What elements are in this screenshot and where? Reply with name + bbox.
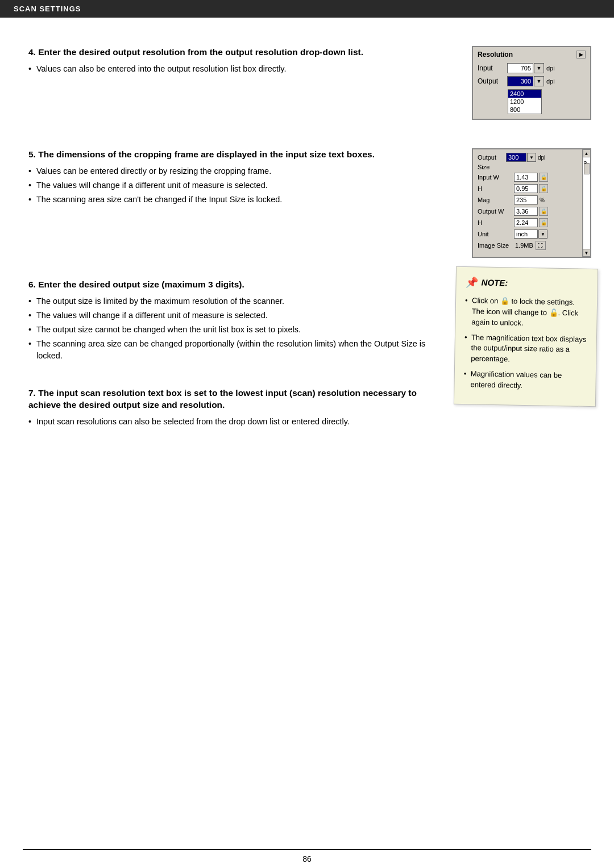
sp-input-h-lock-btn[interactable]: 🔒 — [539, 184, 548, 193]
output-dropdown-btn[interactable]: ▼ — [534, 76, 544, 86]
section-6-text: 6. Enter the desired output size (maximu… — [28, 278, 466, 364]
output-unit: dpi — [546, 78, 555, 85]
input-value-field[interactable] — [507, 63, 533, 73]
note-box: 📌 NOTE: Click on 🔒 to lock the settings.… — [454, 266, 598, 407]
sp-output-dropdown-btn[interactable]: ▼ — [527, 153, 536, 162]
sp-scroll-track: 5 — [583, 157, 590, 249]
panel-arrow-button[interactable]: ▶ — [576, 51, 586, 59]
sp-output-w-row: Output W 🔒 — [478, 207, 586, 216]
sp-image-size-value: 1.9MB — [515, 242, 533, 249]
bullet-item: Input scan resolutions can also be selec… — [28, 416, 449, 428]
note-title: NOTE: — [481, 277, 508, 290]
sp-unit-field[interactable] — [514, 229, 538, 239]
bullet-item: The output size is limited by the maximu… — [28, 295, 449, 307]
note-bullet-2: The magnification text box displays the … — [464, 332, 587, 366]
bullet-item: The output size cannot be changed when t… — [28, 324, 449, 336]
sp-scroll-up-btn[interactable]: ▲ — [583, 149, 591, 157]
output-label: Output — [478, 77, 507, 85]
section-5-title: 5. The dimensions of the cropping frame … — [28, 148, 449, 161]
input-label: Input — [478, 64, 507, 72]
sp-output-label: Output — [478, 154, 506, 161]
sp-size-label: Size — [478, 164, 514, 170]
section-5-title-text: The dimensions of the cropping frame are… — [38, 149, 375, 159]
footer: 86 — [0, 838, 614, 868]
footer-page-number: 86 — [0, 850, 614, 868]
sp-output-row: Output ▼ dpi — [478, 153, 586, 162]
sp-size-label-row: Size — [478, 164, 586, 170]
input-dropdown-btn[interactable]: ▼ — [534, 63, 544, 73]
bullet-item: The scanning area size can be changed pr… — [28, 338, 449, 362]
sp-image-size-row: Image Size 1.9MB ⛶ — [478, 241, 586, 250]
resolution-dropdown-list: 2400 1200 800 — [508, 89, 542, 114]
note-bullet-1: Click on 🔒 to lock the settings. The ico… — [464, 295, 588, 329]
input-unit: dpi — [546, 65, 555, 72]
note-title-row: 📌 NOTE: — [465, 275, 588, 292]
section-7-title: 7. The input scan resolution text box is… — [28, 387, 449, 411]
section-4-title: 4. Enter the desired output resolution f… — [28, 46, 449, 59]
section-4-title-text: Enter the desired output resolution from… — [38, 47, 363, 57]
dropdown-item-2400[interactable]: 2400 — [508, 90, 541, 98]
panel-title-bar: Resolution ▶ — [478, 51, 586, 59]
note-box-container: 📌 NOTE: Click on 🔒 to lock the settings.… — [455, 268, 597, 406]
note-bullet-3: Magnification values can be entered dire… — [463, 369, 587, 392]
section-7-bullets: Input scan resolutions can also be selec… — [28, 416, 449, 428]
section-4-bullets: Values can also be entered into the outp… — [28, 63, 449, 75]
section-7-number: 7. — [28, 388, 36, 398]
sp-input-h-row: H 🔒 — [478, 184, 586, 193]
sp-scroll-number: 5 — [584, 160, 587, 165]
sp-output-unit: dpi — [538, 155, 545, 161]
sp-output-h-row: H 🔒 — [478, 218, 586, 227]
sp-mag-label: Mag — [478, 197, 514, 203]
sp-input-h-label: H — [478, 185, 514, 192]
output-res-row: Output ▼ dpi — [478, 76, 586, 86]
sp-unit-dropdown-btn[interactable]: ▼ — [538, 229, 547, 239]
section-5-bullets: Values can be entered directly or by res… — [28, 165, 449, 206]
sp-output-w-field[interactable] — [514, 207, 538, 216]
section-4-text: 4. Enter the desired output resolution f… — [28, 46, 466, 77]
sp-input-w-row: Input W 🔒 — [478, 173, 586, 182]
dropdown-item-1200[interactable]: 1200 — [508, 98, 541, 106]
bullet-item: Values can also be entered into the outp… — [28, 63, 449, 75]
section-5-text: 5. The dimensions of the cropping frame … — [28, 148, 466, 208]
sp-mag-row: Mag % — [478, 195, 586, 205]
section-6-title-text: Enter the desired output size (maximum 3… — [38, 279, 244, 289]
sp-image-size-btn[interactable]: ⛶ — [536, 241, 546, 250]
section-6-bullets: The output size is limited by the maximu… — [28, 295, 449, 362]
dropdown-item-800[interactable]: 800 — [508, 106, 541, 114]
bullet-item: The values will change if a different un… — [28, 310, 449, 322]
section-7-title-text: The input scan resolution text box is se… — [28, 388, 417, 410]
sp-input-w-field[interactable] — [514, 173, 538, 182]
sp-unit-row: Unit ▼ — [478, 229, 586, 239]
sp-input-h-field[interactable] — [514, 184, 538, 193]
sp-image-size-label: Image Size — [478, 242, 514, 249]
input-res-row: Input ▼ dpi — [478, 63, 586, 73]
main-content: 4. Enter the desired output resolution f… — [0, 18, 614, 473]
sp-output-h-label: H — [478, 219, 514, 226]
sp-mag-field[interactable] — [514, 195, 538, 205]
sp-output-value[interactable] — [506, 153, 526, 162]
section-6-number: 6. — [28, 279, 36, 289]
resolution-panel: Resolution ▶ Input ▼ dpi Output ▼ dpi — [472, 46, 591, 120]
output-value-field[interactable] — [507, 76, 533, 86]
sp-output-w-lock-btn[interactable]: 🔒 — [539, 207, 548, 216]
sp-input-w-label: Input W — [478, 174, 514, 181]
section-4: 4. Enter the desired output resolution f… — [28, 46, 591, 128]
section-5-number: 5. — [28, 149, 36, 159]
bullet-item: Values can be entered directly or by res… — [28, 165, 449, 177]
size-panel: Output ▼ dpi Size Input W 🔒 H — [472, 148, 591, 258]
bullet-item: The scanning area size can't be changed … — [28, 194, 449, 206]
sp-input-w-lock-btn[interactable]: 🔒 — [539, 173, 548, 182]
section-5: 5. The dimensions of the cropping frame … — [28, 148, 591, 258]
sp-scroll-down-btn[interactable]: ▼ — [583, 249, 591, 257]
sp-output-h-lock-btn[interactable]: 🔒 — [539, 218, 548, 227]
size-panel-area: Output ▼ dpi Size Input W 🔒 H — [466, 148, 591, 258]
section-4-number: 4. — [28, 47, 36, 57]
sp-output-w-label: Output W — [478, 208, 514, 215]
sp-output-h-field[interactable] — [514, 218, 538, 227]
sp-mag-unit: % — [540, 197, 545, 203]
bullet-item: The values will change if a different un… — [28, 180, 449, 191]
resolution-panel-area: Resolution ▶ Input ▼ dpi Output ▼ dpi — [466, 46, 591, 128]
sp-scrollbar: ▲ 5 ▼ — [582, 149, 590, 257]
section-7-text: 7. The input scan resolution text box is… — [28, 387, 466, 430]
pin-icon: 📌 — [465, 275, 478, 290]
